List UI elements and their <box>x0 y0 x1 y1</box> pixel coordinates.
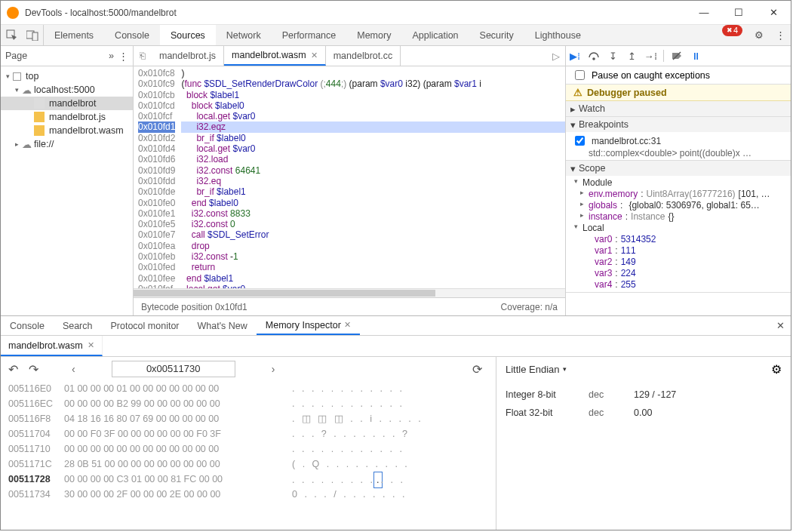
run-snippet-icon[interactable]: ▷ <box>547 46 565 66</box>
undo-icon[interactable]: ↶ <box>8 362 18 377</box>
code-address[interactable]: 0x010fc9 <box>138 78 175 89</box>
tab-console[interactable]: Console <box>104 25 160 45</box>
maximize-button[interactable]: ☐ <box>721 1 756 24</box>
close-drawer-tab-icon[interactable]: ✕ <box>344 320 351 330</box>
code-line[interactable]: i32.const 8833 <box>181 208 565 219</box>
file-tab-wasm[interactable]: mandelbrot.wasm✕ <box>224 46 326 66</box>
code-line[interactable]: i32.load <box>181 154 565 165</box>
step-over-icon[interactable] <box>588 50 600 62</box>
nav-back-icon[interactable]: ⎗ <box>134 46 152 66</box>
code-line[interactable]: local.get $var0 <box>181 143 565 154</box>
code-line[interactable]: return <box>181 262 565 272</box>
tree-file-scheme[interactable]: ☁file:// <box>1 137 133 151</box>
refresh-icon[interactable]: ⟳ <box>472 362 482 377</box>
tab-network[interactable]: Network <box>216 25 272 45</box>
code-line[interactable]: i32.eqz <box>181 121 565 132</box>
deactivate-breakpoints-icon[interactable] <box>671 50 683 62</box>
code-line[interactable]: block $label1 <box>181 90 565 100</box>
scope-local[interactable]: Local <box>582 223 604 234</box>
code-address[interactable]: 0x010fcb <box>138 90 175 100</box>
more-tabs-icon[interactable]: » <box>109 51 114 61</box>
hex-row[interactable]: 0051170400 00 F0 3F 00 00 00 00 00 00 F0… <box>8 426 488 441</box>
tree-host[interactable]: ☁localhost:5000 <box>1 83 133 97</box>
scope-row[interactable]: var2: 149 <box>572 257 785 268</box>
code-address[interactable]: 0x010fdd <box>138 176 175 186</box>
hex-row[interactable]: 0051173430 00 00 00 2F 00 00 00 2E 00 00… <box>8 487 488 502</box>
step-into-icon[interactable]: ↧ <box>607 50 619 62</box>
code-address[interactable]: 0x010fcd <box>138 100 175 111</box>
drawer-tab-whatsnew[interactable]: What's New <box>189 316 257 335</box>
code-line[interactable]: block $label0 <box>181 100 565 111</box>
tree-top[interactable]: top <box>1 69 133 83</box>
scope-row[interactable]: var4: 255 <box>572 279 785 291</box>
code-address[interactable]: 0x010fd9 <box>138 165 175 176</box>
code-line[interactable]: drop <box>181 241 565 251</box>
hex-row[interactable]: 0051171C28 0B 51 00 00 00 00 00 00 00 00… <box>8 457 488 472</box>
pause-caught-checkbox[interactable] <box>575 70 585 80</box>
tree-folder[interactable]: mandelbrot <box>1 97 133 110</box>
code-address[interactable]: 0x010feb <box>138 251 175 262</box>
code-address[interactable]: 0x010fc8 <box>138 68 175 78</box>
horizontal-scrollbar[interactable] <box>134 288 565 297</box>
code-line[interactable]: i32.const -1 <box>181 251 565 262</box>
scope-row[interactable]: env.memory: Uint8Array(16777216) [101, … <box>572 189 785 200</box>
drawer-tab-memory-inspector[interactable]: Memory Inspector ✕ <box>257 316 360 335</box>
tree-file-js[interactable]: mandelbrot.js <box>1 110 133 124</box>
page-label[interactable]: Page <box>5 51 104 61</box>
next-page-icon[interactable]: › <box>249 363 298 375</box>
minimize-button[interactable]: — <box>687 1 721 24</box>
code-address[interactable]: 0x010fee <box>138 273 175 284</box>
tab-security[interactable]: Security <box>469 25 524 45</box>
code-address[interactable]: 0x010fe1 <box>138 208 175 219</box>
scope-row[interactable]: var0: 5314352 <box>572 234 785 245</box>
tab-elements[interactable]: Elements <box>44 25 104 45</box>
close-drawer-icon[interactable]: ✕ <box>770 316 791 335</box>
code-address[interactable]: 0x010fe0 <box>138 198 175 208</box>
close-tab-icon[interactable]: ✕ <box>311 51 318 60</box>
tab-performance[interactable]: Performance <box>272 25 347 45</box>
tab-memory[interactable]: Memory <box>346 25 401 45</box>
redo-icon[interactable]: ↷ <box>29 362 38 377</box>
file-tab-js[interactable]: mandelbrot.js <box>152 46 224 66</box>
error-badge[interactable]: 4 <box>722 25 742 36</box>
step-out-icon[interactable]: ↥ <box>625 50 638 62</box>
code-address[interactable]: 0x010fe7 <box>138 229 175 240</box>
hex-row[interactable]: 005116EC00 00 00 00 B2 99 00 00 00 00 00… <box>8 396 488 411</box>
page-menu-icon[interactable]: ⋮ <box>118 51 128 62</box>
tab-lighthouse[interactable]: Lighthouse <box>524 25 592 45</box>
code-address[interactable]: 0x010fd2 <box>138 133 175 143</box>
code-address[interactable]: 0x010fd1 <box>138 121 175 132</box>
pause-exceptions-icon[interactable]: ⏸ <box>690 50 702 62</box>
address-input[interactable]: 0x00511730 <box>112 361 235 377</box>
watch-section[interactable]: Watch <box>566 101 791 116</box>
drawer-tab-console[interactable]: Console <box>1 316 54 335</box>
code-line[interactable]: br_if $label0 <box>181 133 565 143</box>
scope-row[interactable]: var3: 224 <box>572 268 785 279</box>
code-line[interactable]: call $SDL_SetError <box>181 229 565 240</box>
scope-row[interactable]: var1: 111 <box>572 245 785 257</box>
close-button[interactable]: ✕ <box>756 1 791 24</box>
code-line[interactable]: local.get $var0 <box>181 111 565 121</box>
code-address[interactable]: 0x010fea <box>138 241 175 251</box>
scope-row[interactable]: instance: Instance {} <box>572 211 785 223</box>
breakpoint-label[interactable]: mandelbrot.cc:31 <box>592 136 661 146</box>
drawer-tab-search[interactable]: Search <box>54 316 102 335</box>
code-line[interactable]: end $label0 <box>181 198 565 208</box>
scope-section[interactable]: Scope <box>566 161 791 176</box>
more-icon[interactable]: ⋮ <box>770 25 791 45</box>
scope-row[interactable]: globals: {global0: 5306976, global1: 65… <box>572 200 785 211</box>
step-icon[interactable]: →⁞ <box>644 50 656 62</box>
code-line[interactable]: i32.eq <box>181 176 565 186</box>
code-line[interactable]: ) <box>181 68 565 78</box>
code-line[interactable]: (func $SDL_SetRenderDrawColor (;444;) (p… <box>181 78 565 89</box>
tree-file-wasm[interactable]: mandelbrot.wasm <box>1 124 133 137</box>
breakpoint-toggle[interactable] <box>575 136 585 146</box>
hex-row[interactable]: 005116E001 00 00 00 01 00 00 00 00 00 00… <box>8 381 488 396</box>
hex-row[interactable]: 0051172800 00 00 00 C3 01 00 00 81 FC 00… <box>8 472 488 487</box>
device-toolbar-icon[interactable] <box>22 25 43 45</box>
code-address[interactable]: 0x010fd4 <box>138 143 175 154</box>
settings-icon[interactable]: ⚙ <box>748 25 770 45</box>
endian-select[interactable]: Little Endian <box>506 364 567 375</box>
memory-subtab[interactable]: mandelbrot.wasm✕ <box>1 336 103 356</box>
code-address[interactable]: 0x010fed <box>138 262 175 272</box>
